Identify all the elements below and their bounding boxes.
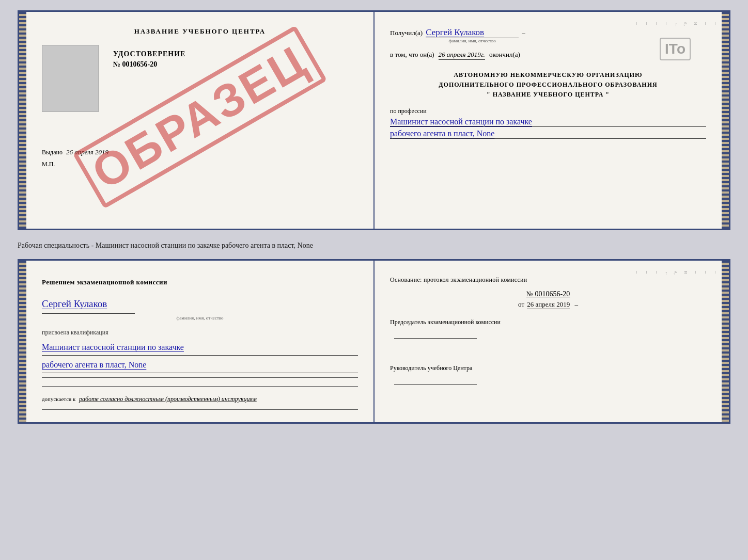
bottom-right-panel: Основание: протокол экзаменационной коми… [375,261,722,422]
allows-text: работе согласно должностным (производств… [79,395,257,403]
side-dashes-bottom: –––иа,← ––– [634,261,719,422]
qual-line1: Машинист насосной станции по закачке [42,340,358,356]
issued-line: Выдано 26 апреля 2019 [42,148,358,156]
left-border-decoration [19,12,26,229]
divider2 [42,386,358,387]
protocol-date-value: 26 апреля 2019 [527,300,570,309]
issued-prefix: Выдано [42,149,63,156]
right-border-decoration-bottom [722,261,729,422]
cert-block: УДОСТОВЕРЕНИЕ № 0010656-20 [113,50,185,69]
bottom-left-panel: Решением экзаменационной комиссии Сергей… [26,261,375,422]
cert-number: № 0010656-20 [113,60,185,69]
cert-label: УДОСТОВЕРЕНИЕ [113,50,185,58]
basis-label: Основание: протокол экзаменационной коми… [390,276,527,283]
divider1 [42,377,358,378]
bottom-document-spread: Решением экзаменационной комиссии Сергей… [18,259,730,424]
in-that-date: 26 апреля 2019г. [439,51,485,60]
divider3 [42,409,358,410]
completed-label: окончил(а) [489,51,520,59]
photo-placeholder [42,45,99,112]
in-that-prefix: в том, что он(а) [390,51,434,59]
person-name: Сергей Кулаков [42,295,135,313]
received-name: Сергей Кулаков [426,27,519,38]
qual-line2: рабочего агента в пласт, None [42,358,358,373]
commission-title: Решением экзаменационной комиссии [42,276,358,288]
allows-line: допускается к работе согласно должностны… [42,394,358,405]
between-text: Рабочая специальность - Машинист насосно… [18,238,730,251]
assigned-label: присвоена квалификация [42,327,358,339]
dash1: – [522,29,525,37]
protocol-date-prefix: от [518,300,524,308]
top-left-panel: НАЗВАНИЕ УЧЕБНОГО ЦЕНТРА УДОСТОВЕРЕНИЕ №… [26,12,375,229]
name-caption-top: фамилия, имя, отчество [426,38,519,43]
top-document-spread: НАЗВАНИЕ УЧЕБНОГО ЦЕНТРА УДОСТОВЕРЕНИЕ №… [18,10,730,230]
right-border-decoration-top [722,12,729,229]
top-right-panel: Получил(а) Сергей Кулаков фамилия, имя, … [375,12,722,229]
allows-prefix: допускается к [42,396,75,402]
chairman-signature-line [394,329,477,339]
dash-right: – [574,300,578,308]
left-border-decoration-bottom [19,261,26,422]
name-caption-bottom: фамилия, имя, отчество [42,314,358,322]
mp-label: М.П. [42,161,358,168]
commission-block: Решением экзаменационной комиссии Сергей… [42,276,358,410]
ito-stamp: ITo [660,38,691,60]
specialty-text: Рабочая специальность - Машинист насосно… [18,242,313,249]
received-prefix: Получил(а) [390,29,423,37]
issued-date: 26 апреля 2019 [66,148,108,156]
director-signature-line [394,375,477,385]
center-title: НАЗВАНИЕ УЧЕБНОГО ЦЕНТРА [42,27,358,36]
